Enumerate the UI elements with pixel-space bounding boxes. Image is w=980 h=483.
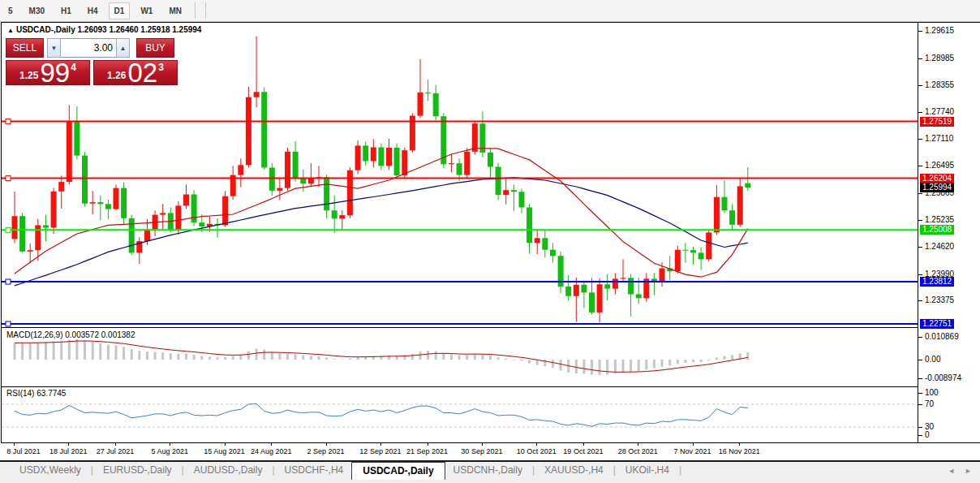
candle [589, 278, 595, 314]
volume-decrease-button[interactable]: ▼ [47, 38, 61, 58]
chart-tab-ukoil[interactable]: UKOil-,H4 [617, 462, 677, 480]
macd-values: 0.003572 0.001382 [65, 330, 135, 339]
horizontal-line[interactable] [2, 227, 918, 232]
macd-tick [918, 360, 922, 360]
candle [300, 170, 306, 192]
candle [168, 208, 174, 233]
candle [19, 213, 25, 253]
symbol-arrow-icon: ▲ [7, 27, 14, 34]
price-tick [918, 139, 922, 140]
tab-scroll-left-icon[interactable]: ◄ [948, 467, 955, 475]
date-label: 16 Nov 2021 [719, 447, 760, 455]
candle [191, 190, 197, 226]
rsi-tick [918, 404, 922, 405]
candle [604, 274, 610, 301]
date-tick [115, 443, 116, 446]
candle [347, 167, 353, 218]
candle [58, 176, 64, 209]
timeframe-button-m30[interactable]: M30 [24, 2, 50, 19]
price-tick-label: 1.27740 [925, 107, 954, 116]
candle [332, 196, 337, 233]
candle [581, 282, 587, 308]
volume-increase-button[interactable]: ▲ [116, 38, 130, 58]
buy-price-big-digits: 02 [127, 61, 157, 84]
price-axis[interactable]: 1.296151.289851.283551.277401.271101.264… [918, 22, 980, 443]
rsi-tick [918, 427, 922, 428]
horizontal-line[interactable] [2, 321, 918, 326]
candle [433, 85, 439, 121]
candle [215, 218, 221, 238]
horizontal-line[interactable] [2, 119, 918, 124]
chart-tab-usdcad[interactable]: USDCAD-,Daily [351, 462, 445, 480]
timeframe-button-mn[interactable]: MN [163, 2, 187, 19]
chart-tab-xauusd[interactable]: XAUUSD-,H4 [536, 462, 612, 480]
chart-header: ▲USDCAD-,Daily 1.26093 1.26460 1.25918 1… [7, 25, 201, 34]
macd-name: MACD(12,26,9) [6, 330, 62, 339]
date-tick [225, 443, 226, 446]
timeframe-button-d1[interactable]: D1 [109, 2, 131, 19]
date-label: 30 Sep 2021 [461, 447, 502, 455]
date-axis[interactable]: 8 Jul 202118 Jul 202127 Jul 20215 Aug 20… [0, 443, 980, 460]
candle [511, 184, 517, 210]
price-tick-label: 1.27110 [925, 134, 953, 143]
candle [737, 178, 743, 226]
candle [503, 178, 509, 205]
status-strip [0, 480, 980, 483]
tab-separator: | [612, 462, 617, 480]
sell-button[interactable]: SELL [6, 38, 44, 58]
date-label: 27 Jul 2021 [97, 447, 135, 455]
chart-tab-usdx[interactable]: USDX,Weekly [11, 462, 89, 480]
candle [35, 219, 41, 261]
chart-tab-usdcnh[interactable]: USDCNH-,Daily [445, 462, 531, 480]
rsi-line [15, 403, 748, 426]
macd-tick-label: 0.010869 [925, 332, 959, 341]
date-tick [583, 443, 584, 446]
candle [542, 230, 548, 257]
chart-tab-audusd[interactable]: AUDUSD-,Daily [186, 462, 271, 480]
sell-price-display[interactable]: 1.25 99 4 [6, 60, 90, 85]
horizontal-line[interactable] [2, 279, 918, 284]
chart-tab-usdchf[interactable]: USDCHF-,H4 [277, 462, 352, 480]
candle [285, 148, 290, 191]
volume-stepper: ▼ ▲ [47, 38, 130, 58]
candle [371, 139, 376, 167]
timeframe-button-w1[interactable]: W1 [135, 2, 158, 19]
price-line-label: 1.22751 [920, 319, 954, 329]
candle [153, 210, 158, 236]
sell-price-big-digits: 99 [40, 61, 70, 84]
buy-button[interactable]: BUY [136, 38, 174, 58]
timeframe-button-h4[interactable]: H4 [82, 2, 104, 19]
rsi-tick [918, 393, 922, 394]
candle [706, 230, 711, 261]
candle [51, 188, 57, 234]
buy-price-display[interactable]: 1.26 02 3 [93, 60, 178, 85]
candle [277, 178, 282, 200]
candle [597, 278, 603, 322]
date-label: 2 Sep 2021 [307, 447, 345, 455]
macd-indicator-label: MACD(12,26,9) 0.003572 0.001382 [6, 330, 135, 339]
buy-price-prefix: 1.26 [107, 70, 126, 81]
candle [74, 106, 80, 160]
timeframe-button-5[interactable]: 5 [2, 2, 19, 19]
candle [690, 247, 696, 265]
candle [316, 166, 322, 187]
volume-input[interactable] [61, 38, 116, 58]
tab-scroll-right-icon[interactable]: ► [965, 467, 972, 475]
candle [97, 196, 103, 220]
chart-tab-eurusd[interactable]: EURUSD-,Daily [95, 462, 180, 480]
candle [386, 139, 392, 170]
date-tick [428, 443, 428, 446]
price-tick-label: 1.26495 [925, 161, 954, 170]
date-label: 8 Jul 2021 [6, 447, 41, 455]
timeframe-button-h1[interactable]: H1 [55, 2, 77, 19]
date-tick [638, 443, 638, 446]
date-label: 5 Aug 2021 [152, 447, 189, 455]
price-tick-label: 1.24620 [925, 242, 954, 251]
price-tick-label: 1.29615 [925, 26, 954, 35]
candle [355, 140, 361, 175]
sell-price-pip-digit: 4 [71, 62, 76, 73]
date-tick [380, 443, 381, 446]
price-tick [918, 274, 922, 275]
price-tick-label: 1.25235 [925, 215, 954, 224]
toolbar-separator [205, 2, 206, 19]
